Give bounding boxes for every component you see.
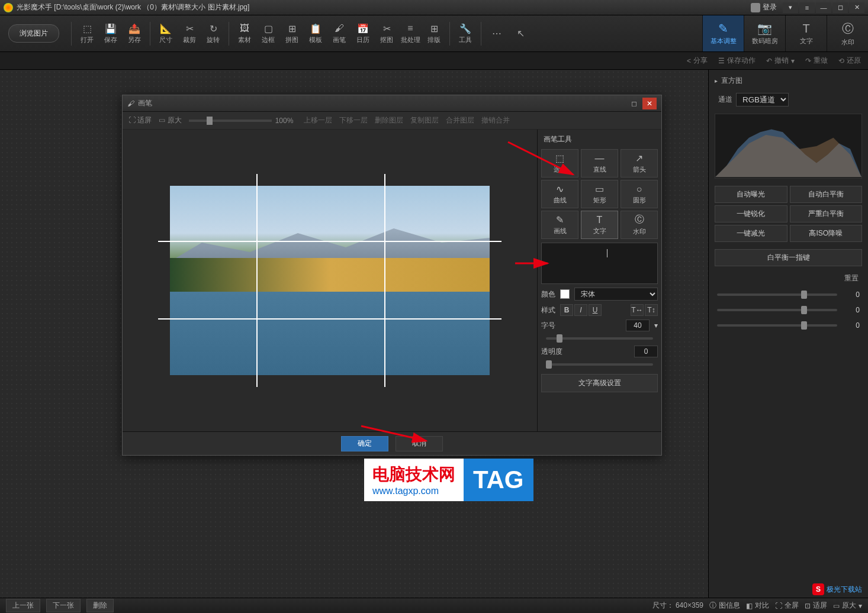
opacity-slider[interactable]	[546, 363, 653, 366]
rtab-基本调整[interactable]: ✎基本调整	[702, 15, 744, 51]
tool-排版[interactable]: ⊞排版	[422, 22, 446, 44]
close-button[interactable]: ✕	[849, 2, 864, 13]
panel-btn-高ISO降噪[interactable]: 高ISO降噪	[790, 225, 863, 242]
slider-3[interactable]	[717, 324, 837, 327]
reset-button[interactable]: 重置	[712, 271, 864, 286]
channel-select[interactable]: RGB通道	[736, 93, 789, 107]
wb-onekey-button[interactable]: 白平衡一指键	[715, 249, 862, 266]
panel-btn-严重白平衡[interactable]: 严重白平衡	[790, 205, 863, 222]
more-button[interactable]: ⋯	[485, 28, 509, 40]
dialog-maximize[interactable]: ◻	[627, 98, 641, 109]
panel-btn-一键减光[interactable]: 一键减光	[715, 225, 787, 242]
brushtool-文字[interactable]: T文字	[581, 211, 618, 239]
brush-dialog: 🖌 画笔 ◻ ✕ ⛶ 适屏 ▭ 原大 100% 上移一层下移一层删除图层复制图层…	[122, 95, 662, 456]
tool-工具[interactable]: 🔧工具	[454, 22, 477, 44]
redo-button[interactable]: ↷ 重做	[805, 56, 828, 66]
layerop-复制图层[interactable]: 复制图层	[410, 116, 439, 124]
size-input[interactable]: 40	[626, 320, 650, 331]
text-vertical[interactable]: T↕	[645, 304, 658, 316]
site-logo: S极光下载站	[812, 583, 862, 595]
opacity-input[interactable]: 0	[634, 346, 658, 357]
dialog-canvas[interactable]	[123, 130, 537, 431]
brushtool-箭头[interactable]: ↗箭头	[621, 149, 658, 178]
panel-btn-自动曝光[interactable]: 自动曝光	[715, 186, 787, 203]
maximize-button[interactable]: ◻	[832, 2, 848, 13]
advanced-button[interactable]: 文字高级设置	[541, 374, 658, 392]
channel-label: 通道	[718, 95, 732, 105]
next-button[interactable]: 下一张	[46, 599, 81, 612]
bold-button[interactable]: B	[560, 304, 573, 316]
color-swatch[interactable]	[560, 289, 570, 299]
login-button[interactable]: 登录	[751, 2, 777, 12]
tool-裁剪[interactable]: ✂裁剪	[178, 22, 201, 44]
tool-素材[interactable]: 🖼素材	[233, 22, 256, 44]
fit-button[interactable]: ⛶ 适屏	[128, 115, 152, 125]
cancel-button[interactable]: 取消	[396, 436, 443, 451]
tool-旋转[interactable]: ↻旋转	[201, 22, 225, 44]
compare-button[interactable]: ◧ 对比	[746, 601, 769, 611]
rtab-水印[interactable]: Ⓒ水印	[827, 15, 868, 51]
tool-拼图[interactable]: ⊞拼图	[280, 22, 304, 44]
histogram-header[interactable]: ▸直方图	[712, 73, 864, 88]
restore-button[interactable]: ⟲ 还原	[838, 56, 861, 66]
brush-icon: 🖌	[127, 99, 134, 108]
tool-模板[interactable]: 📋模板	[304, 22, 327, 44]
fullscreen-button[interactable]: ⛶ 全屏	[775, 601, 799, 611]
browse-button[interactable]: 浏览图片	[8, 24, 59, 43]
tool-日历[interactable]: 📅日历	[351, 22, 375, 44]
brushtool-水印[interactable]: Ⓒ水印	[621, 211, 658, 239]
brushtool-曲线[interactable]: ∿曲线	[541, 180, 578, 208]
share-button[interactable]: < 分享	[687, 56, 708, 66]
text-horizontal[interactable]: T↔	[631, 304, 644, 316]
orig-button[interactable]: ▭ 原大	[159, 115, 181, 125]
slider-1[interactable]	[717, 293, 837, 296]
titlebar: 光影魔术手 [D:\tools\桌面\work (2)\work （0）素材\调…	[0, 0, 868, 15]
tool-打开[interactable]: ⬚打开	[75, 22, 99, 44]
fit-button-status[interactable]: ⊡ 适屏	[805, 601, 827, 611]
layerop-删除图层[interactable]: 删除图层	[375, 116, 403, 124]
tool-另存[interactable]: 📤另存	[123, 22, 146, 44]
panel-btn-一键锐化[interactable]: 一键锐化	[715, 205, 787, 222]
tool-画笔[interactable]: 🖌画笔	[327, 22, 351, 44]
tool-批处理[interactable]: ≡批处理	[398, 22, 422, 44]
italic-button[interactable]: I	[574, 304, 587, 316]
layerop-下移一层[interactable]: 下移一层	[339, 116, 368, 124]
tool-尺寸[interactable]: 📐尺寸	[154, 22, 178, 44]
prev-button[interactable]: 上一张	[6, 599, 40, 612]
brushtool-矩形[interactable]: ▭矩形	[581, 180, 618, 208]
undo-button[interactable]: ↶ 撤销 ▾	[766, 56, 795, 66]
right-panel: ▸直方图 通道 RGB通道 自动曝光自动白平衡一键锐化严重白平衡一键减光高ISO…	[708, 70, 868, 598]
zoom-slider[interactable]	[189, 120, 272, 122]
text-input[interactable]	[541, 243, 658, 284]
brushtool-画线[interactable]: ✎画线	[541, 211, 578, 239]
panel-btn-自动白平衡[interactable]: 自动白平衡	[790, 186, 863, 203]
slider-2[interactable]	[717, 309, 837, 311]
save-action-button[interactable]: ☰ 保存动作	[718, 56, 756, 66]
size-dropdown[interactable]: ▾	[654, 321, 658, 330]
brushtool-直线[interactable]: —直线	[581, 149, 618, 178]
tool-保存[interactable]: 💾保存	[99, 22, 123, 44]
layerop-撤销合并[interactable]: 撤销合并	[481, 116, 510, 124]
dialog-close[interactable]: ✕	[642, 98, 657, 109]
tool-抠图[interactable]: ✂抠图	[375, 22, 398, 44]
layerop-上移一层[interactable]: 上移一层	[304, 116, 332, 124]
app-icon	[4, 3, 13, 12]
pointer-button[interactable]: ↖	[509, 28, 532, 40]
layerop-合并图层[interactable]: 合并图层	[446, 116, 474, 124]
minimize-button[interactable]: —	[816, 2, 831, 13]
status-bar: 上一张 下一张 删除 尺寸： 640×359 ⓘ 图信息 ◧ 对比 ⛶ 全屏 ⊡…	[0, 598, 868, 613]
rtab-数码暗房[interactable]: 📷数码暗房	[744, 15, 785, 51]
menu-button[interactable]: ≡	[799, 2, 815, 13]
brushtool-圆形[interactable]: ○圆形	[621, 180, 658, 208]
ok-button[interactable]: 确定	[341, 436, 388, 451]
rtab-文字[interactable]: T文字	[785, 15, 827, 51]
pin-button[interactable]: ▾	[783, 2, 798, 13]
orig-button-status[interactable]: ▭ 原大 ▾	[833, 601, 862, 611]
brushtool-选择[interactable]: ⬚选择	[541, 149, 578, 178]
size-slider[interactable]	[546, 337, 653, 340]
underline-button[interactable]: U	[589, 304, 602, 316]
info-button[interactable]: ⓘ 图信息	[709, 601, 740, 611]
font-select[interactable]: 宋体	[574, 288, 658, 301]
tool-边框[interactable]: ▢边框	[256, 22, 280, 44]
delete-button[interactable]: 删除	[86, 599, 114, 612]
